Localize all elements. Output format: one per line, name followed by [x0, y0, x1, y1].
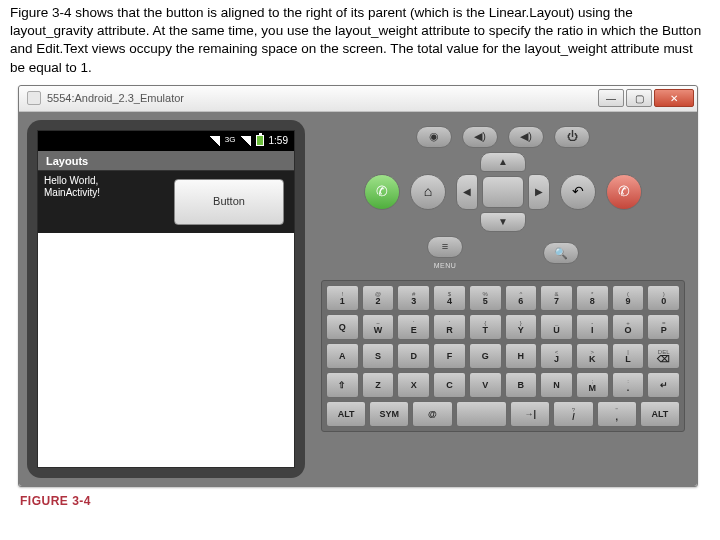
edittext-area[interactable]	[38, 233, 294, 467]
figure-label: FIGURE 3-4	[20, 493, 720, 509]
android-statusbar: 3G 1:59	[38, 131, 294, 151]
signal-icon	[210, 136, 220, 146]
key-b[interactable]: B	[505, 372, 538, 398]
menu-button[interactable]: ≡	[427, 236, 463, 258]
close-button[interactable]: ✕	[654, 89, 694, 107]
key-x[interactable]: X	[397, 372, 430, 398]
home-button[interactable]: ⌂	[410, 174, 446, 210]
key-w[interactable]: ~W	[362, 314, 395, 340]
key-d[interactable]: D	[397, 343, 430, 369]
key-1[interactable]: !1	[326, 285, 359, 311]
key-0[interactable]: )0	[647, 285, 680, 311]
window-titlebar: 5554:Android_2.3_Emulator — ▢ ✕	[19, 86, 697, 112]
key-sym[interactable]: SYM	[369, 401, 409, 427]
key-c[interactable]: C	[433, 372, 466, 398]
key-k[interactable]: >K	[576, 343, 609, 369]
maximize-button[interactable]: ▢	[626, 89, 652, 107]
app-title: Layouts	[38, 151, 294, 171]
vol-up-button[interactable]: ◀)	[508, 126, 544, 148]
key-t[interactable]: {T	[469, 314, 502, 340]
call-button[interactable]: ✆	[364, 174, 400, 210]
end-call-button[interactable]: ✆	[606, 174, 642, 210]
key-2[interactable]: @2	[362, 285, 395, 311]
key-9[interactable]: (9	[612, 285, 645, 311]
key-,[interactable]: ",	[597, 401, 637, 427]
phone-screen: 3G 1:59 Layouts Hello World, MainActivit…	[37, 130, 295, 468]
dpad: ▲ ▼ ◀ ▶	[456, 152, 550, 232]
key-⇧[interactable]: ⇧	[326, 372, 359, 398]
dpad-down[interactable]: ▼	[480, 212, 526, 232]
key-space[interactable]	[456, 401, 508, 427]
dpad-right[interactable]: ▶	[528, 174, 550, 210]
clock-text: 1:59	[269, 134, 288, 148]
key-f[interactable]: F	[433, 343, 466, 369]
emulator-window: 5554:Android_2.3_Emulator — ▢ ✕ 3G 1:59 …	[18, 85, 698, 487]
key-n[interactable]: N	[540, 372, 573, 398]
key-→|[interactable]: →|	[510, 401, 550, 427]
back-button[interactable]: ↶	[560, 174, 596, 210]
key-alt[interactable]: ALT	[640, 401, 680, 427]
key-⌫[interactable]: DEL⌫	[647, 343, 680, 369]
app-icon	[27, 91, 41, 105]
search-button[interactable]: 🔍	[543, 242, 579, 264]
battery-icon	[256, 135, 264, 146]
power-button[interactable]: ⏻	[554, 126, 590, 148]
menu-label: MENU	[434, 261, 457, 270]
signal-bars-icon	[241, 136, 251, 146]
minimize-button[interactable]: —	[598, 89, 624, 107]
key-↵[interactable]: ↵	[647, 372, 680, 398]
layout-button[interactable]: Button	[174, 179, 284, 225]
key-7[interactable]: &7	[540, 285, 573, 311]
key-.[interactable]: :.	[612, 372, 645, 398]
key-@[interactable]: @	[412, 401, 452, 427]
dpad-up[interactable]: ▲	[480, 152, 526, 172]
key-8[interactable]: *8	[576, 285, 609, 311]
network-icon: 3G	[225, 135, 236, 146]
vol-down-button[interactable]: ◀)	[462, 126, 498, 148]
hardware-keyboard: !1@2#3$4%5^6&7*8(9)0 Q~W´E`R{T}Y_U-I+O=P…	[321, 280, 685, 432]
key-q[interactable]: Q	[326, 314, 359, 340]
controls-panel: ◉ ◀) ◀) ⏻ ✆ ⌂ ▲ ▼ ◀ ▶	[305, 120, 697, 478]
key-6[interactable]: ^6	[505, 285, 538, 311]
key-a[interactable]: A	[326, 343, 359, 369]
key-e[interactable]: ´E	[397, 314, 430, 340]
key-alt[interactable]: ALT	[326, 401, 366, 427]
key-u[interactable]: _U	[540, 314, 573, 340]
key-m[interactable]: ;M	[576, 372, 609, 398]
camera-button[interactable]: ◉	[416, 126, 452, 148]
key-4[interactable]: $4	[433, 285, 466, 311]
figure-caption: Figure 3-4 shows that the button is alig…	[0, 0, 720, 83]
dpad-left[interactable]: ◀	[456, 174, 478, 210]
hello-line1: Hello World,	[44, 175, 174, 188]
key-3[interactable]: #3	[397, 285, 430, 311]
key-p[interactable]: =P	[647, 314, 680, 340]
key-y[interactable]: }Y	[505, 314, 538, 340]
window-title: 5554:Android_2.3_Emulator	[47, 91, 184, 106]
key-g[interactable]: G	[469, 343, 502, 369]
key-h[interactable]: H	[505, 343, 538, 369]
hello-line2: MainActivity!	[44, 187, 174, 200]
key-r[interactable]: `R	[433, 314, 466, 340]
phone-frame: 3G 1:59 Layouts Hello World, MainActivit…	[27, 120, 305, 478]
key-j[interactable]: <J	[540, 343, 573, 369]
key-o[interactable]: +O	[612, 314, 645, 340]
key-v[interactable]: V	[469, 372, 502, 398]
key-/[interactable]: ?/	[553, 401, 593, 427]
key-i[interactable]: -I	[576, 314, 609, 340]
key-z[interactable]: Z	[362, 372, 395, 398]
hello-text: Hello World, MainActivity!	[44, 175, 174, 229]
key-l[interactable]: |L	[612, 343, 645, 369]
dpad-center[interactable]	[482, 176, 524, 208]
upper-layout-area: Hello World, MainActivity! Button	[38, 171, 294, 233]
key-s[interactable]: S	[362, 343, 395, 369]
key-5[interactable]: %5	[469, 285, 502, 311]
